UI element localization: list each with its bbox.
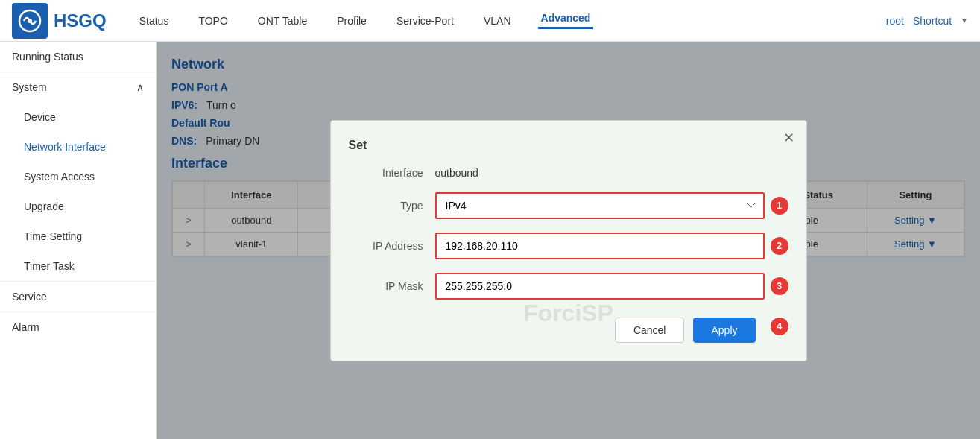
nav-vlan[interactable]: VLAN xyxy=(481,15,514,27)
sidebar-item-device[interactable]: Device xyxy=(0,102,156,132)
sidebar: Running Status System ∧ Device Network I… xyxy=(0,42,157,439)
cancel-button[interactable]: Cancel xyxy=(615,318,685,343)
sidebar-item-timer-task[interactable]: Timer Task xyxy=(0,251,156,281)
logo-area: HSGQ xyxy=(12,3,107,39)
ip-input[interactable] xyxy=(435,233,765,259)
ip-label: IP Address xyxy=(349,240,423,252)
modal-mask-field: IP Mask 3 xyxy=(349,273,788,300)
nav-topo[interactable]: TOPO xyxy=(195,15,230,27)
sidebar-item-time-setting[interactable]: Time Setting xyxy=(0,221,156,251)
nav-profile[interactable]: Profile xyxy=(334,15,370,27)
nav-status[interactable]: Status xyxy=(136,15,172,27)
top-navigation: HSGQ Status TOPO ONT Table Profile Servi… xyxy=(0,0,980,42)
sidebar-item-alarm[interactable]: Alarm xyxy=(0,312,156,342)
interface-value: outbound xyxy=(435,167,478,179)
main-layout: Running Status System ∧ Device Network I… xyxy=(0,42,980,439)
sidebar-item-running-status[interactable]: Running Status xyxy=(0,42,156,72)
sidebar-item-system[interactable]: System ∧ xyxy=(0,72,156,102)
modal-interface-field: Interface outbound xyxy=(349,167,788,179)
step-badge-1: 1 xyxy=(771,197,788,215)
modal-close-button[interactable]: ✕ xyxy=(783,130,794,146)
mask-input[interactable] xyxy=(435,273,765,300)
nav-ont-table[interactable]: ONT Table xyxy=(255,15,310,27)
step-badge-3: 3 xyxy=(771,277,788,295)
sidebar-item-upgrade[interactable]: Upgrade xyxy=(0,192,156,221)
modal-buttons: Cancel Apply 4 xyxy=(349,318,788,343)
mask-label: IP Mask xyxy=(349,280,423,292)
system-chevron-icon: ∧ xyxy=(136,81,144,93)
modal-overlay: Set ✕ Interface outbound Type IPv4 1 xyxy=(157,42,980,439)
sidebar-item-system-access[interactable]: System Access xyxy=(0,162,156,192)
logo-icon xyxy=(12,3,48,39)
nav-service-port[interactable]: Service-Port xyxy=(393,15,457,27)
apply-button[interactable]: Apply xyxy=(693,318,755,343)
modal-ip-field: IP Address 2 xyxy=(349,233,788,259)
content-area: Network PON Port A IPV6: Turn o Default … xyxy=(157,42,980,439)
modal-type-field: Type IPv4 1 xyxy=(349,192,788,219)
svg-point-1 xyxy=(28,19,32,23)
shortcut-chevron-icon: ▼ xyxy=(961,16,968,25)
modal-dialog: Set ✕ Interface outbound Type IPv4 1 xyxy=(330,120,807,361)
nav-links: Status TOPO ONT Table Profile Service-Po… xyxy=(136,12,886,29)
type-select[interactable]: IPv4 xyxy=(435,192,765,219)
interface-label: Interface xyxy=(349,167,423,179)
step-badge-2: 2 xyxy=(771,237,788,255)
modal-title: Set xyxy=(349,139,788,152)
type-label: Type xyxy=(349,200,423,212)
nav-right: root Shortcut ▼ xyxy=(886,15,968,27)
nav-user: root xyxy=(886,15,904,27)
nav-shortcut[interactable]: Shortcut xyxy=(913,15,952,27)
step-badge-4: 4 xyxy=(771,318,788,335)
sidebar-item-network-interface[interactable]: Network Interface xyxy=(0,132,156,162)
sidebar-item-service[interactable]: Service xyxy=(0,282,156,312)
nav-advanced[interactable]: Advanced xyxy=(538,12,594,29)
logo-text: HSGQ xyxy=(54,10,107,31)
